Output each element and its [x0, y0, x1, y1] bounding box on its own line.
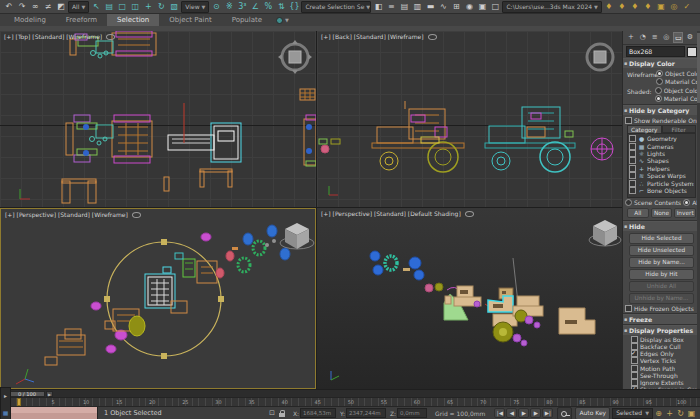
rollout-header-display-color[interactable]: Display Color — [623, 59, 700, 68]
rollout-header-hide[interactable]: Hide — [623, 222, 700, 231]
viewport-perspective-wireframe[interactable]: [+] [Perspective] [Standard] [Wireframe] — [0, 208, 316, 389]
zoom-icon[interactable]: ⊕ — [653, 409, 664, 418]
layout-tabs-expand-icon[interactable]: ▸ — [4, 393, 7, 399]
display-property-checkbox[interactable]: Ignore Extents — [631, 379, 698, 386]
viewport-eye-icon[interactable] — [132, 212, 141, 218]
snap-toggle-3d-icon[interactable]: 3³ — [236, 1, 248, 13]
modify-tab-icon[interactable]: ◔ — [638, 32, 648, 43]
ribbon-tab[interactable]: Object Paint — [159, 14, 221, 26]
rollout-header-display-properties[interactable]: Display Properties — [623, 326, 700, 335]
select-and-scale-icon[interactable]: ▧ — [168, 1, 180, 13]
viewport-label-perspective-shaded[interactable]: [+] [Perspective] [Standard] [Default Sh… — [321, 210, 474, 217]
selection-lock-icon[interactable] — [279, 413, 285, 417]
orbit-icon[interactable]: ↻ — [675, 409, 686, 418]
render-preset-d-icon[interactable]: ♦ — [642, 1, 654, 13]
hide-action-button[interactable]: Hide Unselected — [629, 245, 694, 256]
undo-icon[interactable]: ↶ — [3, 1, 15, 13]
category-select-button[interactable]: All — [627, 208, 649, 218]
display-tab-icon[interactable]: ▭ — [673, 32, 683, 43]
shaded-color-radio[interactable]: Object Color — [655, 87, 700, 95]
category-row[interactable]: ⌐Bone Objects — [629, 187, 694, 194]
select-and-move-icon[interactable]: + — [142, 1, 154, 13]
ribbon-config-icon[interactable]: ▼ — [272, 14, 289, 26]
motion-tab-icon[interactable]: ◎ — [661, 32, 671, 43]
display-property-checkbox[interactable]: Backface Cull — [631, 343, 698, 350]
viewcube[interactable] — [589, 220, 621, 246]
unlink-selection-icon[interactable]: ≠ — [42, 1, 54, 13]
y-coord-field[interactable]: 2347,244m — [346, 408, 386, 418]
selection-filter-dropdown[interactable]: All▼ — [68, 1, 89, 13]
z-coord-field[interactable]: 0,0mm — [397, 408, 427, 418]
hide-frozen-checkbox[interactable]: Hide Frozen Objects — [625, 305, 698, 313]
named-selection-set-dropdown[interactable]: Create Selection Se▼ — [301, 1, 371, 13]
utilities-tab-icon[interactable]: ⚙ — [685, 32, 695, 43]
current-frame-marker[interactable] — [17, 398, 21, 406]
ribbon-tab[interactable]: Modeling — [4, 14, 56, 26]
previous-frame-icon[interactable]: ◀ — [506, 408, 517, 418]
rectangular-selection-region-icon[interactable]: □ — [116, 1, 128, 13]
render-preset-a-icon[interactable]: ♦ — [603, 1, 615, 13]
viewport-label-perspective-wire[interactable]: [+] [Perspective] [Standard] [Wireframe] — [5, 211, 141, 218]
category-row[interactable]: ▦Cameras — [629, 142, 694, 149]
display-property-checkbox[interactable]: Display as Box — [631, 336, 698, 343]
shaded-color-radio[interactable]: Material Color — [655, 95, 700, 103]
select-by-name-icon[interactable]: ▤ — [103, 1, 115, 13]
go-to-start-icon[interactable]: |◀ — [494, 408, 505, 418]
named-selection-sets-icon[interactable]: {} — [288, 1, 300, 13]
maxscript-mini-listener[interactable] — [0, 407, 98, 419]
set-key-button[interactable] — [557, 407, 572, 419]
category-row[interactable]: ∴Particle Systems — [629, 179, 694, 186]
play-icon[interactable]: ▶ — [518, 408, 529, 418]
viewport-perspective-shaded[interactable]: [+] [Perspective] [Standard] [Default Sh… — [317, 208, 622, 389]
viewport-top[interactable]: [+] [Top] [Standard] [Wireframe] — [0, 31, 316, 207]
isolate-selection-icon[interactable]: ⊡ — [267, 409, 277, 417]
hide-action-button[interactable]: Hide Selected — [629, 233, 694, 244]
redo-icon[interactable]: ↷ — [16, 1, 28, 13]
category-row[interactable]: +Helpers — [629, 165, 694, 172]
display-property-checkbox[interactable]: Vertex Ticks — [631, 357, 698, 364]
select-and-manipulate-icon[interactable]: ※ — [223, 1, 235, 13]
render-production-icon[interactable]: ▣ — [655, 1, 667, 13]
hide-action-button[interactable]: Unhide All — [629, 281, 694, 292]
viewcube[interactable] — [587, 44, 613, 70]
viewport-label-back[interactable]: [+] [Back] [Standard] [Wireframe] — [321, 33, 437, 40]
select-and-rotate-icon[interactable]: ↻ — [155, 1, 167, 13]
maximize-viewport-icon[interactable]: ▣ — [686, 409, 697, 418]
auto-key-button[interactable]: Auto Key — [575, 407, 610, 419]
window-crossing-icon[interactable]: ◫ — [129, 1, 141, 13]
layout-preset-icon[interactable]: ▦ — [3, 410, 9, 416]
category-row[interactable]: ●Geometry — [629, 135, 694, 142]
render-iterative-icon[interactable]: ◎ — [668, 1, 680, 13]
category-select-button[interactable]: Invert — [674, 208, 696, 218]
toggle-layer-explorer-icon[interactable]: ▥ — [411, 1, 423, 13]
category-filter-tab[interactable]: Category — [627, 125, 662, 133]
show-renderable-checkbox[interactable]: Show Renderable Only — [625, 116, 698, 124]
schematic-view-icon[interactable]: ⊞ — [450, 1, 462, 13]
reference-coordinate-dropdown[interactable]: View▼ — [181, 1, 209, 13]
project-folder-dropdown[interactable]: C:\Users\use...3ds Max 2024▼ — [502, 1, 602, 13]
category-select-button[interactable]: None — [651, 208, 673, 218]
angle-snap-icon[interactable]: ∠ — [249, 1, 261, 13]
render-check-icon[interactable]: ✓ — [681, 1, 693, 13]
viewport-eye-icon[interactable] — [428, 34, 437, 40]
ribbon-tab[interactable]: Selection — [107, 14, 159, 26]
object-name-field[interactable]: Box268 — [626, 46, 685, 57]
display-property-checkbox[interactable]: Motion Path — [631, 365, 698, 372]
bind-to-space-warp-icon[interactable]: ◩ — [55, 1, 67, 13]
viewport-eye-icon[interactable] — [465, 211, 474, 217]
display-property-checkbox[interactable]: See-Through — [631, 372, 698, 379]
ribbon-tab[interactable]: Populate — [222, 14, 272, 26]
display-property-checkbox[interactable]: Edges Only — [631, 350, 698, 357]
category-row[interactable]: ∿Shapes — [629, 157, 694, 164]
wireframe-color-radio[interactable]: Material Color — [656, 78, 700, 86]
time-slider[interactable]: ◀ 0 / 100 ▶ — [0, 389, 700, 397]
x-coord-field[interactable]: 1684,53m — [300, 408, 336, 418]
key-filters-dropdown[interactable]: Selected▼ — [612, 408, 653, 419]
go-to-end-icon[interactable]: ▶| — [542, 408, 553, 418]
curve-editor-icon[interactable]: ∿ — [437, 1, 449, 13]
scope-radio[interactable]: Scene Contents — [625, 199, 681, 206]
percent-snap-icon[interactable]: % — [262, 1, 274, 13]
rollout-header-freeze[interactable]: Freeze — [623, 315, 700, 324]
spinner-snap-icon[interactable]: ⇅ — [275, 1, 287, 13]
viewport-back[interactable]: [+] [Back] [Standard] [Wireframe] — [317, 31, 622, 207]
